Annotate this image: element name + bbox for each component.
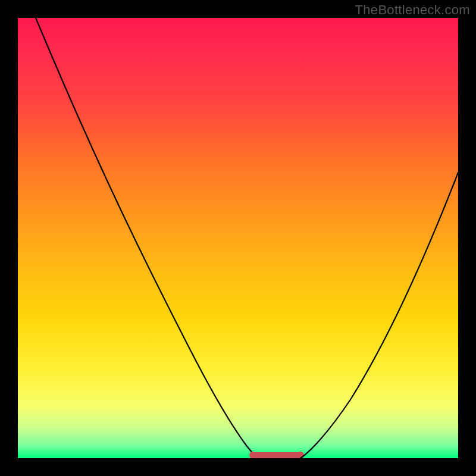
left-curve bbox=[36, 18, 256, 458]
right-curve bbox=[300, 173, 458, 458]
watermark-text: TheBottleneck.com bbox=[355, 2, 470, 18]
chart-frame: TheBottleneck.com bbox=[0, 0, 476, 476]
plot-area bbox=[18, 18, 458, 458]
curve-layer bbox=[18, 18, 458, 458]
